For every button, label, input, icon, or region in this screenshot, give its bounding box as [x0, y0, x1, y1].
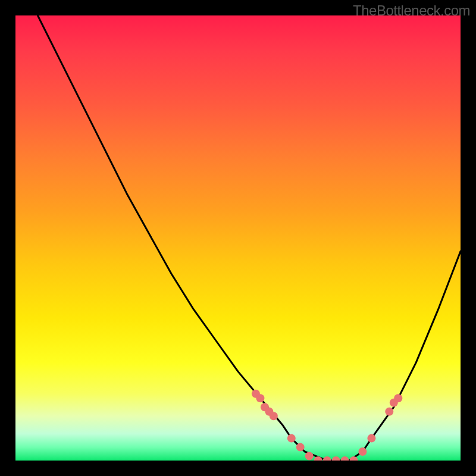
marker-point [358, 447, 367, 456]
attribution-label: TheBottleneck.com [353, 2, 470, 19]
bottleneck-curve [37, 15, 461, 461]
marker-point [270, 412, 278, 420]
marker-point [385, 408, 393, 416]
chart-overlay [15, 15, 461, 461]
marker-point [332, 456, 340, 461]
marker-point [256, 394, 264, 402]
marker-point [305, 452, 314, 461]
marker-point [314, 456, 322, 461]
marker-point [367, 434, 375, 443]
marker-point [350, 456, 358, 461]
marker-point [323, 456, 331, 461]
marker-point [341, 456, 349, 461]
marker-point [296, 443, 305, 452]
marker-point [394, 394, 402, 402]
chart-container: TheBottleneck.com [0, 0, 476, 476]
marker-points-group [252, 390, 402, 461]
marker-point [287, 434, 296, 443]
